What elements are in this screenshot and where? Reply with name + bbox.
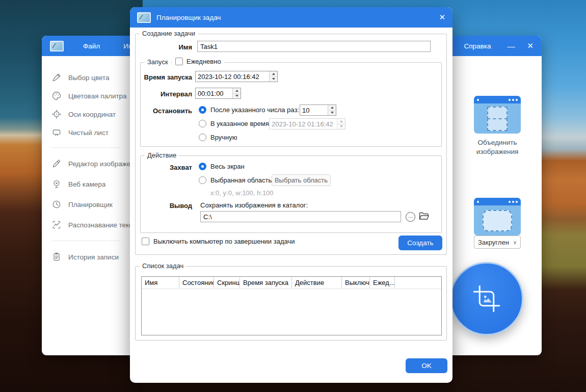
stop-count-input[interactable] bbox=[300, 105, 328, 115]
ok-button[interactable]: OK bbox=[406, 358, 447, 373]
menu-help[interactable]: Справка bbox=[464, 42, 491, 50]
region-radio[interactable] bbox=[199, 176, 206, 184]
region-radio-row[interactable]: Выбранная область bbox=[199, 176, 272, 184]
window-dots-icon bbox=[509, 201, 518, 203]
stop-count-spinbox[interactable] bbox=[300, 104, 336, 116]
stop-at-radio-row[interactable]: В указанное время: bbox=[199, 120, 271, 127]
stop-time-input bbox=[270, 119, 337, 129]
stop-after-radio[interactable] bbox=[199, 106, 206, 114]
stop-time-spinbox bbox=[269, 118, 345, 129]
save-dir-label: Сохранять изображения в каталог: bbox=[200, 201, 308, 209]
shutdown-checkbox[interactable] bbox=[142, 238, 149, 245]
sidebar-divider bbox=[51, 241, 121, 241]
webcam-icon bbox=[51, 179, 62, 189]
col-screenshot[interactable]: Скринш... bbox=[214, 277, 240, 289]
daily-checkbox[interactable] bbox=[175, 58, 183, 65]
tile-window-header bbox=[474, 96, 521, 103]
merge-images-tile[interactable]: Объединить изображения bbox=[474, 96, 521, 156]
clock-icon bbox=[51, 199, 62, 210]
rounded-shape-icon bbox=[474, 198, 521, 236]
col-action[interactable]: Действие bbox=[292, 277, 342, 289]
dialog-titlebar: Планировщик задач ✕ bbox=[130, 7, 452, 28]
shutdown-label: Выключить компьютер по завершении задачи bbox=[153, 238, 295, 245]
fullscreen-label: Весь экран bbox=[210, 163, 245, 170]
window-dots-icon bbox=[509, 99, 518, 101]
shutdown-check-row[interactable]: Выключить компьютер по завершении задачи bbox=[142, 238, 295, 245]
crosshair-icon bbox=[51, 109, 62, 119]
sidebar-divider bbox=[51, 147, 121, 148]
stop-at-label: В указанное время: bbox=[210, 120, 271, 127]
task-table: Имя Состояние Скринш... Время запуска Де… bbox=[141, 276, 442, 335]
col-state[interactable]: Состояние bbox=[179, 277, 214, 289]
sidebar-label: Распознавание текста bbox=[68, 221, 139, 229]
crop-image-icon bbox=[470, 282, 503, 316]
col-daily[interactable]: Ежед... bbox=[370, 277, 395, 289]
manual-radio-row[interactable]: Вручную bbox=[199, 134, 237, 141]
minimize-button[interactable]: — bbox=[507, 42, 515, 50]
create-task-legend: Создание задачи bbox=[140, 30, 198, 37]
col-empty bbox=[395, 277, 441, 289]
col-shutdown[interactable]: Выключе... bbox=[342, 277, 370, 289]
spin-buttons[interactable] bbox=[232, 88, 241, 98]
open-folder-icon[interactable] bbox=[418, 211, 430, 222]
sidebar-label: Цветовая палитра bbox=[68, 92, 127, 100]
window-dot-icon bbox=[477, 99, 479, 101]
tile-body bbox=[474, 205, 521, 236]
tile-window-header bbox=[474, 198, 521, 205]
stop-after-label: После указанного числа раз: bbox=[210, 106, 299, 114]
create-button[interactable]: Создать bbox=[398, 236, 442, 250]
action-legend: Действие bbox=[145, 151, 179, 159]
task-table-body bbox=[142, 289, 441, 335]
spin-buttons[interactable] bbox=[328, 105, 336, 115]
stop-after-radio-row[interactable]: После указанного числа раз: bbox=[199, 106, 299, 114]
sidebar-label: Выбор цвета bbox=[68, 74, 110, 82]
spin-buttons[interactable] bbox=[269, 71, 277, 82]
sidebar-label: Веб камера bbox=[68, 180, 105, 188]
dashed-rounded-region-icon bbox=[483, 210, 512, 231]
fullscreen-radio-row[interactable]: Весь экран bbox=[199, 163, 245, 170]
dashed-region-icon bbox=[487, 118, 508, 131]
rounded-shape-tile[interactable] bbox=[474, 198, 521, 236]
chevron-down-icon: ∨ bbox=[513, 240, 517, 245]
daily-label: Ежедневно bbox=[187, 58, 221, 65]
region-label: Выбранная область bbox=[210, 176, 272, 184]
close-button[interactable]: ✕ bbox=[527, 41, 534, 50]
col-name[interactable]: Имя bbox=[142, 277, 179, 289]
browse-ellipsis-icon[interactable]: … bbox=[406, 212, 415, 222]
palette-icon bbox=[51, 91, 62, 101]
fullscreen-radio[interactable] bbox=[199, 163, 206, 170]
dialog-title: Планировщик задач bbox=[156, 14, 221, 21]
color-picker-icon bbox=[51, 72, 62, 83]
save-dir-input[interactable] bbox=[200, 211, 401, 222]
select-region-button[interactable]: Выбрать область bbox=[272, 174, 331, 186]
menu-file[interactable]: Файл bbox=[83, 42, 100, 50]
dialog-body: Создание задачи Имя Запуск Ежедневно Вре… bbox=[130, 28, 452, 383]
clipboard-icon bbox=[51, 252, 62, 262]
app-logo-icon bbox=[50, 41, 64, 51]
manual-label: Вручную bbox=[210, 134, 237, 141]
dashed-region-icon bbox=[487, 107, 508, 119]
stop-at-radio[interactable] bbox=[199, 120, 206, 127]
window-dot-icon bbox=[477, 201, 479, 203]
sidebar-label: Оси координат bbox=[68, 111, 116, 118]
interval-spinbox[interactable] bbox=[195, 88, 241, 99]
start-time-spinbox[interactable] bbox=[195, 71, 278, 82]
sidebar-label: Чистый лист bbox=[68, 129, 109, 137]
sidebar-label: История записи bbox=[68, 253, 119, 261]
dialog-close-button[interactable]: ✕ bbox=[439, 13, 445, 22]
scheduler-dialog: Планировщик задач ✕ Создание задачи Имя … bbox=[130, 7, 452, 383]
start-time-input[interactable] bbox=[196, 71, 269, 82]
col-start-time[interactable]: Время запуска bbox=[240, 277, 292, 289]
whiteboard-icon bbox=[51, 127, 62, 138]
manual-radio[interactable] bbox=[199, 134, 206, 141]
shape-style-dropdown[interactable]: Закруглен ∨ bbox=[474, 236, 521, 249]
tile-body bbox=[474, 103, 521, 134]
ocr-icon bbox=[51, 220, 62, 230]
daily-check-row[interactable]: Ежедневно bbox=[172, 58, 224, 65]
capture-button[interactable] bbox=[450, 262, 523, 335]
name-label: Имя bbox=[140, 43, 192, 51]
task-table-header: Имя Состояние Скринш... Время запуска Де… bbox=[142, 277, 441, 289]
dialog-logo-icon bbox=[137, 12, 151, 23]
task-name-input[interactable] bbox=[197, 41, 431, 52]
interval-input[interactable] bbox=[196, 88, 232, 98]
